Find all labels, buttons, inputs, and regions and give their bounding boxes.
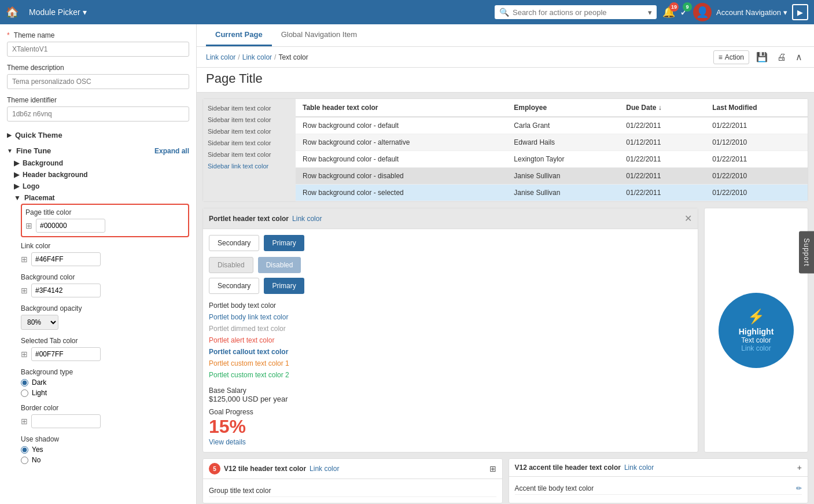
sidebar-item-4: Sidebar item text color [208, 139, 291, 146]
table-row: Row background color - default Carla Gra… [296, 117, 808, 134]
portlet-callout-item: Portlet callout text color [209, 346, 692, 358]
theme-desc-input[interactable] [7, 74, 189, 89]
v12-accent-body-item: Accent tile body text color ✏ [515, 483, 802, 495]
print-icon-btn[interactable]: 🖨 [775, 50, 789, 65]
quick-theme-chevron: ▶ [7, 132, 12, 138]
salary-label: Base Salary [209, 387, 692, 395]
bg-color-input[interactable] [31, 284, 101, 297]
modified-5: 01/22/2010 [705, 185, 808, 201]
v12-left-header: 5 V12 tile header text color Link color … [203, 459, 502, 479]
search-icon: 🔍 [499, 8, 509, 17]
avatar[interactable]: 👤 [693, 3, 712, 21]
v12-edit-icon[interactable]: ✏ [796, 484, 802, 492]
portlet-buttons-row2: Disabled Disabled [209, 257, 692, 273]
border-color-group: Border color ⊞ [21, 404, 189, 428]
page-title-color-input[interactable] [36, 219, 105, 233]
left-panel: * Theme name Theme description Theme ide… [0, 24, 197, 504]
v12-right-body: Accent tile body text color ✏ [509, 477, 808, 501]
nav-icons-group: 🔔 19 ✓ 9 👤 Account Navigation ▾ ▶ [662, 3, 808, 21]
highlight-text-color-label: Text color [741, 336, 771, 344]
v12-right-header: V12 accent tile header text color Link c… [509, 459, 808, 477]
th-last-modified[interactable]: Last Modified [705, 99, 808, 117]
save-icon-btn[interactable]: 💾 [754, 49, 770, 65]
table-row: Row background color - alternative Edwar… [296, 134, 808, 151]
th-due-date[interactable]: Due Date ↓ [619, 99, 705, 117]
tab-current-page[interactable]: Current Page [206, 24, 272, 46]
link-color-input[interactable] [31, 252, 101, 266]
breadcrumb-link1[interactable]: Link color [206, 53, 235, 61]
breadcrumb-link2[interactable]: Link color [242, 53, 272, 61]
use-shadow-radio-group: Yes No [21, 446, 189, 464]
background-header[interactable]: ▶ Background [14, 157, 189, 169]
page-title-color-row: ⊞ [25, 219, 185, 233]
v12-left-expand-icon[interactable]: ⊞ [489, 464, 496, 473]
no-label: No [32, 456, 40, 464]
account-navigation[interactable]: Account Navigation ▾ [716, 8, 787, 17]
border-color-input[interactable] [31, 414, 101, 428]
module-picker-chevron: ▾ [83, 8, 87, 17]
sidebar-link-item[interactable]: Sidebar link text color [208, 163, 291, 170]
bg-type-group: Background type Dark Light [21, 368, 189, 397]
action-button[interactable]: ≡ Action [713, 50, 749, 64]
v12-right-link[interactable]: Link color [624, 463, 654, 472]
portlet-header-link[interactable]: Link color [292, 215, 322, 223]
link-color-grid-icon: ⊞ [21, 255, 28, 264]
header-bg-header[interactable]: ▶ Header background [14, 169, 189, 181]
row-color-selected: Row background color - selected [296, 185, 507, 201]
quick-theme-header[interactable]: ▶ Quick Theme [7, 128, 189, 142]
portlet-close-btn[interactable]: ✕ [684, 213, 692, 224]
selected-tab-color-input[interactable] [31, 347, 101, 361]
view-details-link[interactable]: View details [209, 438, 246, 446]
bg-type-light[interactable]: Light [21, 389, 189, 397]
bg-opacity-select[interactable]: 80% 60% 100% [21, 315, 58, 330]
sidebar-labels: Sidebar item text color Sidebar item tex… [203, 99, 296, 201]
shadow-no[interactable]: No [21, 456, 189, 464]
support-tab[interactable]: Support [799, 231, 814, 273]
collapse-icon-btn[interactable]: ∧ [793, 49, 805, 65]
modified-1: 01/22/2011 [705, 117, 808, 134]
secondary-button-2[interactable]: Secondary [209, 278, 259, 294]
notification-bell[interactable]: 🔔 19 [662, 6, 675, 19]
theme-id-input[interactable] [7, 106, 189, 122]
goal-label: Goal Progress [209, 408, 692, 416]
shadow-yes[interactable]: Yes [21, 446, 189, 454]
bg-type-dark[interactable]: Dark [21, 378, 189, 387]
module-picker[interactable]: Module Picker ▾ [24, 5, 91, 19]
v12-right-expand-icon[interactable]: + [797, 463, 802, 472]
primary-button-2[interactable]: Primary [264, 278, 304, 294]
th-employee[interactable]: Employee [507, 99, 619, 117]
search-input[interactable] [513, 8, 644, 17]
logo-header[interactable]: ▶ Logo [14, 181, 189, 192]
page-title: Page Title [206, 71, 805, 86]
main-layout: * Theme name Theme description Theme ide… [0, 24, 814, 504]
goal-percent: 15% [209, 416, 692, 437]
tab-global-nav[interactable]: Global Navigation Item [272, 24, 367, 46]
fine-tune-header[interactable]: ▼ Fine Tune Expand all [7, 144, 189, 157]
portlet-body-link-item[interactable]: Portlet body link text color [209, 311, 692, 323]
color-grid-icon: ⊞ [25, 221, 32, 230]
breadcrumb-sep2: / [274, 53, 276, 61]
table-with-sidebar: Sidebar item text color Sidebar item tex… [203, 99, 808, 201]
highlight-circle[interactable]: ⚡ Highlight Text color Link color [719, 293, 794, 368]
search-dropdown-icon[interactable]: ▾ [648, 8, 652, 17]
v12-group-title: Group title text color [209, 485, 496, 497]
module-picker-label: Module Picker [29, 8, 80, 17]
portlet-body: Secondary Primary Disabled Disabled Seco… [203, 229, 698, 452]
theme-name-input[interactable] [7, 42, 189, 57]
employee-2: Edward Hails [507, 134, 619, 151]
check-badge[interactable]: ✓ 9 [680, 6, 688, 19]
theme-desc-group: Theme description [7, 64, 189, 89]
placemat-header[interactable]: ▼ Placemat [14, 192, 189, 204]
primary-button-1[interactable]: Primary [264, 235, 304, 251]
bg-color-label: Background color [21, 273, 189, 281]
bg-color-grid-icon: ⊞ [21, 286, 28, 295]
page-title-color-label: Page title color [25, 208, 185, 216]
v12-left-link[interactable]: Link color [310, 465, 339, 473]
play-button[interactable]: ▶ [792, 4, 808, 20]
secondary-button-1[interactable]: Secondary [209, 235, 259, 251]
breadcrumb-current: Text color [278, 53, 308, 61]
home-icon[interactable]: 🏠 [6, 6, 19, 19]
use-shadow-label: Use shadow [21, 435, 189, 443]
fine-tune-chevron: ▼ [7, 148, 13, 154]
expand-all-btn[interactable]: Expand all [154, 147, 189, 155]
